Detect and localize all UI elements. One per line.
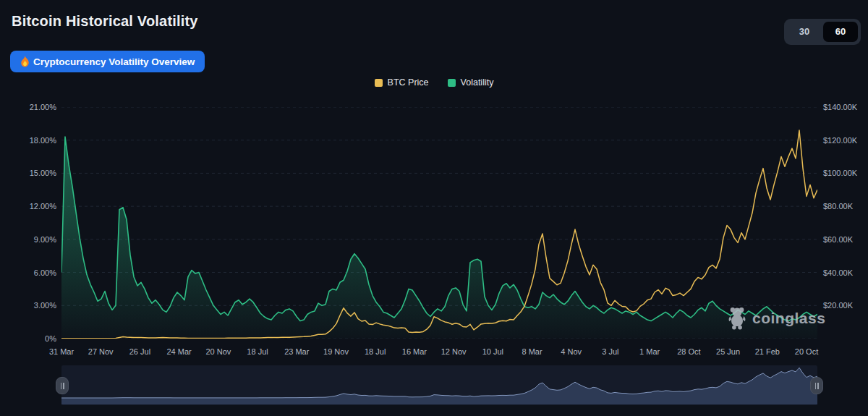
y-axis-left-label: 15.00% (6, 169, 56, 177)
y-axis-right-label: $140.00K (823, 103, 857, 111)
y-axis-right-label: $20.00K (823, 301, 853, 310)
y-axis-left-label: 3.00% (6, 301, 56, 310)
y-axis-left-label: 6.00% (6, 268, 56, 277)
page-title: Bitcoin Historical Volatility (12, 13, 198, 30)
chart-legend: BTC Price Volatility (0, 77, 868, 88)
y-axis-left-label: 9.00% (6, 235, 56, 244)
main-chart-plot[interactable] (61, 107, 817, 339)
grip-icon (815, 383, 817, 389)
overview-button[interactable]: Cryptocurrency Volatility Overview (10, 51, 205, 72)
coinglass-bear-icon (726, 307, 748, 330)
grip-icon (61, 383, 62, 389)
legend-swatch-volatility (448, 79, 456, 87)
navigator-handle-right[interactable] (810, 377, 823, 394)
navigator-track[interactable] (61, 365, 817, 405)
y-axis-right-label: $80.00K (823, 202, 853, 211)
y-axis-right-label: $60.00K (823, 235, 853, 244)
grip-icon (63, 383, 64, 389)
x-axis: 31 Mar27 Nov26 Jul24 Mar20 Nov18 Jul23 M… (61, 347, 817, 359)
flame-icon (20, 56, 30, 67)
navigator-handle-left[interactable] (56, 377, 69, 394)
y-axis-left-label: 18.00% (6, 136, 56, 145)
period-toggle: 30 60 (784, 19, 861, 45)
page: { "header": { "title": "Bitcoin Historic… (0, 0, 868, 416)
legend-swatch-btc-price (375, 79, 383, 87)
grip-icon (817, 383, 819, 389)
navigator[interactable] (61, 365, 817, 405)
overview-button-label: Cryptocurrency Volatility Overview (33, 56, 195, 67)
watermark: coinglass (726, 307, 825, 330)
y-axis-right-label: $40.00K (823, 268, 853, 277)
y-axis-left-label: 21.00% (6, 103, 56, 111)
period-option-60[interactable]: 60 (823, 22, 858, 42)
y-axis-left-label: 0% (6, 334, 56, 343)
period-option-30[interactable]: 30 (787, 22, 822, 42)
y-axis-right-label: $100.00K (823, 169, 857, 177)
legend-item-btc-price[interactable]: BTC Price (375, 77, 429, 88)
watermark-label: coinglass (752, 310, 825, 327)
legend-item-volatility[interactable]: Volatility (448, 77, 494, 88)
legend-label-btc-price: BTC Price (388, 77, 429, 88)
y-axis-right-label: $120.00K (823, 136, 857, 145)
y-axis-left-label: 12.00% (6, 202, 56, 211)
legend-label-volatility: Volatility (461, 77, 494, 88)
x-axis-label: 20 Oct (783, 347, 830, 356)
